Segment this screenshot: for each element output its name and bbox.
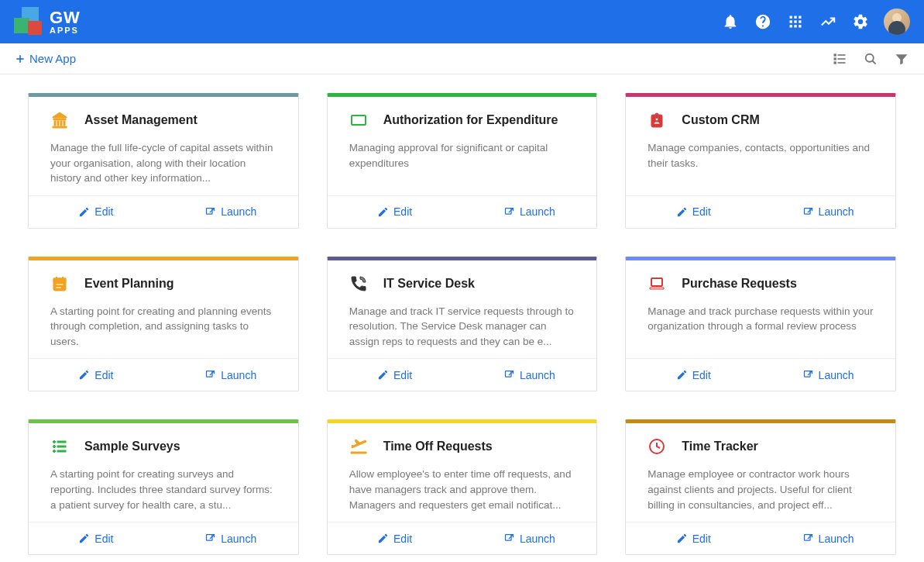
card-header: IT Service Desk [349, 274, 575, 293]
svg-rect-13 [834, 57, 836, 60]
card-description: Manage employee or contractor work hours… [647, 467, 874, 512]
notifications-icon[interactable] [721, 12, 740, 31]
svg-rect-16 [838, 62, 846, 64]
card-description: Manage the full life-cycle of capital as… [50, 140, 277, 186]
edit-button[interactable]: Edit [626, 196, 761, 228]
search-icon[interactable] [862, 50, 879, 67]
edit-button[interactable]: Edit [328, 196, 462, 228]
launch-button[interactable]: Launch [462, 196, 597, 228]
launch-button[interactable]: Launch [462, 359, 597, 391]
filter-icon[interactable] [893, 50, 910, 67]
launch-button[interactable]: Launch [761, 196, 895, 228]
svg-rect-15 [834, 61, 836, 64]
svg-point-17 [866, 53, 874, 61]
logo-apps: APPS [50, 26, 81, 35]
card-title: IT Service Desk [383, 277, 475, 291]
card-title: Time Tracker [682, 440, 757, 453]
brand-logo[interactable]: GW APPS [14, 7, 81, 36]
card-header: Sample Surveys [50, 437, 277, 456]
list-view-icon[interactable] [831, 50, 848, 67]
logo-mark-icon [14, 7, 43, 36]
card-title: Sample Surveys [84, 440, 180, 453]
card-body: Event Planning A starting point for crea… [29, 260, 298, 359]
card-description: Manage companies, contacts, opportunitie… [647, 140, 874, 171]
card-body: Time Off Requests Allow employee's to en… [328, 423, 597, 522]
logo-gw: GW [50, 8, 81, 27]
svg-rect-2 [799, 16, 801, 19]
list-icon [50, 437, 69, 456]
edit-button[interactable]: Edit [626, 522, 761, 554]
app-card: Event Planning A starting point for crea… [28, 257, 299, 392]
card-header: Authorization for Expenditure [349, 111, 575, 129]
svg-rect-8 [799, 25, 801, 27]
launch-button[interactable]: Launch [163, 359, 298, 391]
svg-rect-5 [799, 20, 801, 22]
app-grid: Asset Management Manage the full life-cy… [0, 74, 924, 562]
trending-icon[interactable] [819, 12, 837, 31]
launch-button[interactable]: Launch [761, 522, 895, 554]
edit-button[interactable]: Edit [29, 196, 163, 228]
card-header: Time Off Requests [349, 437, 575, 456]
clock-icon [647, 437, 666, 456]
card-body: Asset Management Manage the full life-cy… [29, 97, 298, 195]
edit-button[interactable]: Edit [328, 522, 462, 554]
edit-label: Edit [393, 533, 412, 545]
card-actions: Edit Launch [29, 195, 298, 228]
card-description: Allow employee's to enter time off reque… [349, 467, 575, 512]
launch-button[interactable]: Launch [761, 359, 895, 391]
card-body: IT Service Desk Manage and track IT serv… [328, 260, 597, 359]
svg-rect-0 [790, 16, 792, 19]
app-card: Purchase Requests Manage and track purch… [625, 257, 896, 392]
edit-button[interactable]: Edit [29, 522, 163, 554]
card-body: Purchase Requests Manage and track purch… [626, 260, 895, 359]
edit-label: Edit [393, 205, 412, 218]
logo-text: GW APPS [50, 9, 81, 35]
avatar[interactable] [884, 9, 910, 35]
svg-rect-4 [794, 20, 796, 22]
app-card: Time Tracker Manage employee or contract… [625, 419, 896, 555]
topbar-actions [721, 9, 910, 35]
app-card: Time Off Requests Allow employee's to en… [327, 419, 598, 555]
card-header: Asset Management [50, 111, 277, 129]
bank-icon [50, 111, 69, 129]
card-title: Time Off Requests [383, 440, 493, 453]
edit-button[interactable]: Edit [626, 359, 761, 391]
launch-label: Launch [221, 533, 256, 545]
edit-label: Edit [94, 369, 113, 381]
app-card: Authorization for Expenditure Managing a… [327, 93, 598, 229]
card-actions: Edit Launch [626, 195, 895, 228]
launch-label: Launch [221, 205, 256, 218]
edit-label: Edit [94, 533, 113, 545]
app-card: IT Service Desk Manage and track IT serv… [327, 257, 598, 392]
card-title: Event Planning [84, 277, 174, 291]
card-header: Custom CRM [647, 111, 874, 129]
settings-icon[interactable] [851, 12, 870, 31]
card-actions: Edit Launch [29, 522, 298, 554]
launch-label: Launch [520, 205, 555, 218]
edit-label: Edit [94, 205, 113, 218]
launch-button[interactable]: Launch [163, 522, 298, 554]
edit-button[interactable]: Edit [29, 359, 163, 391]
card-description: Manage and track IT service requests thr… [349, 304, 575, 350]
subbar-actions [831, 50, 910, 67]
app-card: Asset Management Manage the full life-cy… [28, 93, 299, 229]
launch-label: Launch [819, 369, 854, 381]
card-actions: Edit Launch [328, 522, 597, 554]
card-title: Custom CRM [682, 113, 759, 127]
card-body: Sample Surveys A starting point for crea… [29, 423, 298, 522]
launch-button[interactable]: Launch [163, 196, 298, 228]
edit-button[interactable]: Edit [328, 359, 462, 391]
svg-rect-1 [794, 16, 796, 19]
edit-label: Edit [692, 369, 711, 381]
help-icon[interactable] [754, 12, 772, 31]
launch-label: Launch [819, 533, 854, 545]
app-card: Sample Surveys A starting point for crea… [28, 419, 299, 555]
launch-label: Launch [819, 205, 854, 218]
new-app-label: New App [29, 52, 76, 65]
card-title: Asset Management [84, 113, 198, 127]
card-header: Time Tracker [647, 437, 874, 456]
launch-button[interactable]: Launch [462, 522, 597, 554]
card-actions: Edit Launch [328, 195, 597, 228]
apps-grid-icon[interactable] [786, 12, 805, 31]
new-app-button[interactable]: New App [14, 52, 76, 65]
